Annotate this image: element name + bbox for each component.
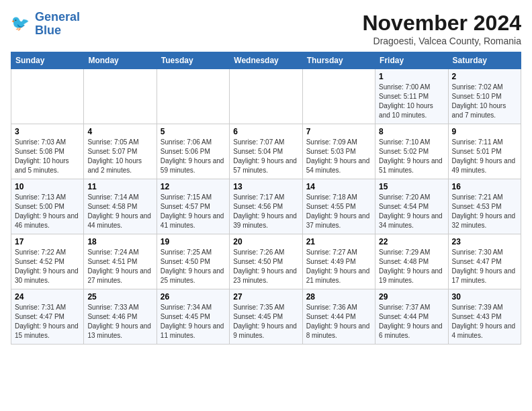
day-number: 21 [306,237,371,246]
day-number: 4 [87,127,152,136]
day-info: Sunrise: 7:22 AM Sunset: 4:52 PM Dayligh… [15,248,80,285]
calendar-cell: 18Sunrise: 7:24 AM Sunset: 4:51 PM Dayli… [84,234,157,289]
day-number: 26 [161,292,226,302]
day-number: 27 [233,292,298,302]
calendar-cell: 12Sunrise: 7:15 AM Sunset: 4:57 PM Dayli… [157,179,229,234]
calendar-cell: 5Sunrise: 7:06 AM Sunset: 5:06 PM Daylig… [157,124,229,179]
day-info: Sunrise: 7:27 AM Sunset: 4:49 PM Dayligh… [306,248,371,285]
calendar-cell: 4Sunrise: 7:05 AM Sunset: 5:07 PM Daylig… [84,124,157,179]
calendar-cell [302,69,375,124]
day-number: 20 [233,237,298,246]
day-info: Sunrise: 7:34 AM Sunset: 4:45 PM Dayligh… [161,303,226,340]
day-number: 30 [452,292,517,302]
calendar-cell: 16Sunrise: 7:21 AM Sunset: 4:53 PM Dayli… [448,179,521,234]
day-number: 3 [15,127,80,136]
day-info: Sunrise: 7:35 AM Sunset: 4:45 PM Dayligh… [233,303,298,340]
calendar-cell: 6Sunrise: 7:07 AM Sunset: 5:04 PM Daylig… [230,124,302,179]
day-info: Sunrise: 7:30 AM Sunset: 4:47 PM Dayligh… [452,248,517,285]
day-info: Sunrise: 7:11 AM Sunset: 5:01 PM Dayligh… [452,138,517,175]
day-info: Sunrise: 7:09 AM Sunset: 5:03 PM Dayligh… [306,138,371,175]
calendar-cell: 30Sunrise: 7:39 AM Sunset: 4:43 PM Dayli… [448,289,521,345]
calendar-cell: 27Sunrise: 7:35 AM Sunset: 4:45 PM Dayli… [230,289,302,345]
calendar-cell: 22Sunrise: 7:29 AM Sunset: 4:48 PM Dayli… [375,234,448,289]
day-info: Sunrise: 7:00 AM Sunset: 5:11 PM Dayligh… [379,83,444,120]
day-info: Sunrise: 7:05 AM Sunset: 5:07 PM Dayligh… [87,138,152,175]
calendar-cell: 3Sunrise: 7:03 AM Sunset: 5:08 PM Daylig… [11,124,84,179]
day-info: Sunrise: 7:29 AM Sunset: 4:48 PM Dayligh… [379,248,444,285]
day-info: Sunrise: 7:13 AM Sunset: 5:00 PM Dayligh… [15,193,80,230]
title-area: November 2024 Dragoesti, Valcea County, … [362,11,521,46]
logo-line1: General [35,10,80,24]
day-info: Sunrise: 7:24 AM Sunset: 4:51 PM Dayligh… [87,248,152,285]
day-number: 8 [379,127,444,136]
day-info: Sunrise: 7:03 AM Sunset: 5:08 PM Dayligh… [15,138,80,175]
day-number: 19 [161,237,226,246]
weekday-header: Sunday [11,52,84,69]
weekday-header: Monday [84,52,157,69]
logo-icon: 🐦 [11,13,32,35]
weekday-header: Friday [375,52,448,69]
calendar-cell: 9Sunrise: 7:11 AM Sunset: 5:01 PM Daylig… [448,124,521,179]
day-info: Sunrise: 7:15 AM Sunset: 4:57 PM Dayligh… [161,193,226,230]
calendar-cell [11,69,84,124]
calendar-cell: 21Sunrise: 7:27 AM Sunset: 4:49 PM Dayli… [302,234,375,289]
day-info: Sunrise: 7:17 AM Sunset: 4:56 PM Dayligh… [233,193,298,230]
logo-line2: Blue [35,24,61,37]
calendar-cell: 20Sunrise: 7:26 AM Sunset: 4:50 PM Dayli… [230,234,302,289]
day-number: 13 [233,182,298,191]
calendar-cell: 10Sunrise: 7:13 AM Sunset: 5:00 PM Dayli… [11,179,84,234]
calendar-title: November 2024 [362,11,521,36]
calendar-cell [230,69,302,124]
calendar-cell: 1Sunrise: 7:00 AM Sunset: 5:11 PM Daylig… [375,69,448,124]
day-number: 22 [379,237,444,246]
day-number: 15 [379,182,444,191]
day-number: 10 [15,182,80,191]
weekday-header: Saturday [448,52,521,69]
calendar-cell: 26Sunrise: 7:34 AM Sunset: 4:45 PM Dayli… [157,289,229,345]
day-info: Sunrise: 7:26 AM Sunset: 4:50 PM Dayligh… [233,248,298,285]
day-number: 5 [161,127,226,136]
weekday-header: Tuesday [157,52,229,69]
calendar-cell: 8Sunrise: 7:10 AM Sunset: 5:02 PM Daylig… [375,124,448,179]
calendar-cell: 25Sunrise: 7:33 AM Sunset: 4:46 PM Dayli… [84,289,157,345]
weekday-header: Wednesday [230,52,302,69]
calendar-cell: 29Sunrise: 7:37 AM Sunset: 4:44 PM Dayli… [375,289,448,345]
calendar-cell: 11Sunrise: 7:14 AM Sunset: 4:58 PM Dayli… [84,179,157,234]
calendar-cell: 17Sunrise: 7:22 AM Sunset: 4:52 PM Dayli… [11,234,84,289]
calendar-week-row: 3Sunrise: 7:03 AM Sunset: 5:08 PM Daylig… [11,124,521,179]
calendar-cell: 14Sunrise: 7:18 AM Sunset: 4:55 PM Dayli… [302,179,375,234]
day-info: Sunrise: 7:31 AM Sunset: 4:47 PM Dayligh… [15,303,80,340]
calendar-week-row: 10Sunrise: 7:13 AM Sunset: 5:00 PM Dayli… [11,179,521,234]
calendar-cell: 2Sunrise: 7:02 AM Sunset: 5:10 PM Daylig… [448,69,521,124]
calendar-cell: 23Sunrise: 7:30 AM Sunset: 4:47 PM Dayli… [448,234,521,289]
day-info: Sunrise: 7:37 AM Sunset: 4:44 PM Dayligh… [379,303,444,340]
calendar-cell: 15Sunrise: 7:20 AM Sunset: 4:54 PM Dayli… [375,179,448,234]
calendar-table: SundayMondayTuesdayWednesdayThursdayFrid… [11,52,521,345]
day-number: 7 [306,127,371,136]
day-info: Sunrise: 7:14 AM Sunset: 4:58 PM Dayligh… [87,193,152,230]
day-info: Sunrise: 7:21 AM Sunset: 4:53 PM Dayligh… [452,193,517,230]
day-number: 23 [452,237,517,246]
calendar-cell: 24Sunrise: 7:31 AM Sunset: 4:47 PM Dayli… [11,289,84,345]
calendar-cell: 13Sunrise: 7:17 AM Sunset: 4:56 PM Dayli… [230,179,302,234]
svg-text:🐦: 🐦 [11,14,30,32]
calendar-week-row: 17Sunrise: 7:22 AM Sunset: 4:52 PM Dayli… [11,234,521,289]
day-info: Sunrise: 7:25 AM Sunset: 4:50 PM Dayligh… [161,248,226,285]
day-info: Sunrise: 7:20 AM Sunset: 4:54 PM Dayligh… [379,193,444,230]
calendar-cell: 19Sunrise: 7:25 AM Sunset: 4:50 PM Dayli… [157,234,229,289]
logo: 🐦 General Blue [11,11,80,38]
day-info: Sunrise: 7:02 AM Sunset: 5:10 PM Dayligh… [452,83,517,120]
calendar-week-row: 1Sunrise: 7:00 AM Sunset: 5:11 PM Daylig… [11,69,521,124]
calendar-cell: 28Sunrise: 7:36 AM Sunset: 4:44 PM Dayli… [302,289,375,345]
weekday-header: Thursday [302,52,375,69]
day-number: 24 [15,292,80,302]
day-number: 29 [379,292,444,302]
day-info: Sunrise: 7:36 AM Sunset: 4:44 PM Dayligh… [306,303,371,340]
day-info: Sunrise: 7:10 AM Sunset: 5:02 PM Dayligh… [379,138,444,175]
day-number: 6 [233,127,298,136]
day-info: Sunrise: 7:33 AM Sunset: 4:46 PM Dayligh… [87,303,152,340]
day-info: Sunrise: 7:39 AM Sunset: 4:43 PM Dayligh… [452,303,517,340]
logo-text: General Blue [35,11,80,38]
page-header: 🐦 General Blue November 2024 Dragoesti, … [11,11,521,46]
calendar-cell [157,69,229,124]
